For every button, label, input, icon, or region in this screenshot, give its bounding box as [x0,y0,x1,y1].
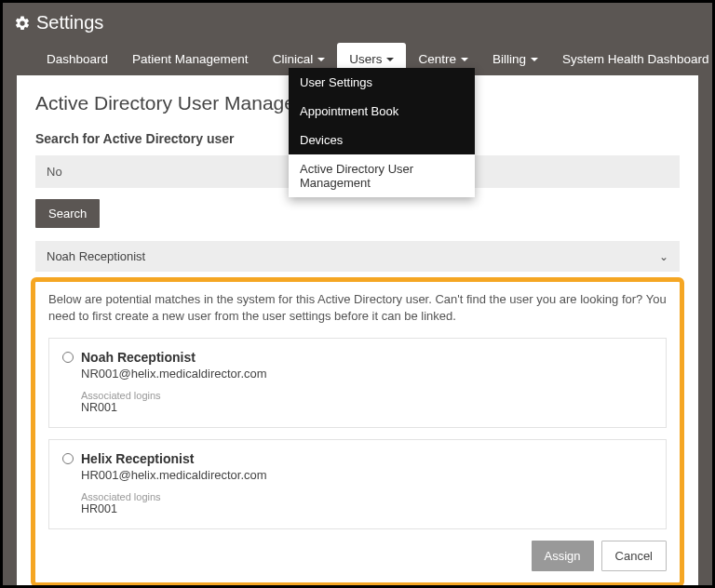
nav-dashboard[interactable]: Dashboard [34,43,120,75]
nav-system-health[interactable]: System Health Dashboard [550,43,715,75]
associated-login: NR001 [81,401,653,414]
dropdown-devices[interactable]: Devices [289,126,475,154]
header-title: Settings [14,12,701,33]
associated-login: HR001 [81,502,653,515]
caret-icon [386,58,394,61]
dropdown-appointment-book[interactable]: Appointment Book [289,97,475,126]
cancel-button[interactable]: Cancel [601,541,667,571]
match-card: Noah Receptionist NR001@helix.medicaldir… [48,338,667,428]
matches-highlight: Below are potential matches in the syste… [31,277,684,587]
nav-billing[interactable]: Billing [480,43,550,75]
gear-icon [14,15,31,32]
dropdown-user-settings[interactable]: User Settings [289,68,475,97]
match-card: Helix Receptionist HR001@helix.medicaldi… [48,439,667,529]
match-radio[interactable] [62,352,74,363]
match-name: Helix Receptionist [81,451,194,466]
search-button[interactable]: Search [35,199,100,228]
users-dropdown: User Settings Appointment Book Devices A… [289,68,475,197]
nav-patient-management[interactable]: Patient Management [120,43,261,75]
caret-icon [531,58,538,61]
caret-icon [461,58,468,61]
dropdown-ad-user-mgmt[interactable]: Active Directory User Management [289,154,475,197]
associated-logins-label: Associated logins [81,390,653,401]
matches-help-text: Below are potential matches in the syste… [48,291,667,325]
user-select[interactable]: Noah Receptionist [35,241,680,272]
match-email: HR001@helix.medicaldirector.com [81,468,653,482]
match-name: Noah Receptionist [81,350,196,365]
match-radio[interactable] [62,453,74,464]
match-email: NR001@helix.medicaldirector.com [81,367,653,381]
app-title: Settings [36,12,103,33]
associated-logins-label: Associated logins [81,491,653,502]
caret-icon [317,58,325,61]
chevron-down-icon: ⌄ [659,250,668,263]
assign-button[interactable]: Assign [532,541,594,571]
